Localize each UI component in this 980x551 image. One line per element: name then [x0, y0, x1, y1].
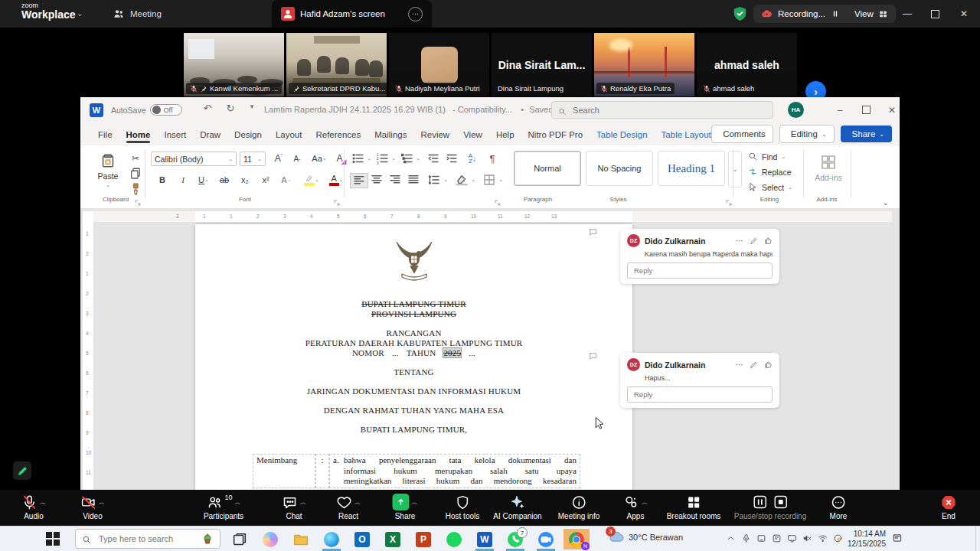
taskbar-app-excel[interactable]: X — [380, 529, 406, 549]
undo-icon[interactable]: ↶ — [200, 103, 215, 114]
clipboard-dialog-launcher[interactable] — [134, 196, 142, 204]
comments-button[interactable]: Comments — [711, 125, 773, 143]
video-tile-kanwil-kemenkum[interactable]: Kanwil Kemenkum ... — [184, 33, 284, 96]
pause-recording-icon[interactable] — [831, 9, 840, 18]
chevron-up-icon[interactable]: ︿ — [99, 498, 105, 507]
video-tile-sekretariat-dprd-kabu[interactable]: Sekretariat DPRD Kabu... — [286, 33, 387, 96]
control-more[interactable]: More — [830, 493, 848, 520]
video-tile-renaldy-eka-putra[interactable]: Renaldy Eka Putra — [594, 33, 694, 96]
tray-display-icon[interactable] — [787, 533, 797, 543]
control-meeting-info[interactable]: Meeting info — [558, 493, 599, 520]
change-case-button[interactable]: Aa⌄ — [309, 152, 330, 165]
video-tile-dina-sirait-lampung[interactable]: Dina Sirait Lam...Dina Sirait Lampung — [492, 33, 592, 96]
taskbar-app-explorer[interactable] — [288, 529, 314, 549]
quick-access-more-icon[interactable]: ▾ — [244, 103, 260, 110]
shading-button[interactable]: ⌄ — [452, 173, 475, 187]
align-right-button[interactable] — [387, 173, 403, 187]
ribbon-tab-design[interactable]: Design — [227, 126, 269, 144]
font-dialog-launcher[interactable] — [333, 196, 341, 204]
style-heading-1[interactable]: Heading 1 — [658, 151, 725, 186]
control-host-tools[interactable]: Host tools — [446, 493, 479, 520]
style-normal[interactable]: Normal — [514, 151, 581, 186]
copy-button[interactable] — [128, 167, 143, 181]
tray-chevron-up-icon[interactable] — [726, 533, 736, 543]
styles-dialog-launcher[interactable] — [725, 196, 733, 204]
control-ai-companion[interactable]: AI Companion — [493, 493, 541, 520]
increase-indent-button[interactable] — [443, 152, 460, 165]
tab-meeting[interactable]: Meeting — [103, 0, 171, 28]
horizontal-ruler[interactable]: 2112345678910111213 — [93, 211, 892, 222]
chevron-up-icon[interactable]: ︿ — [235, 498, 241, 507]
ribbon-tab-nitro-pdf-pro[interactable]: Nitro PDF Pro — [521, 126, 590, 144]
sort-button[interactable]: AZ↓ — [463, 152, 482, 165]
weather-widget[interactable]: 3 30°C Berawan — [609, 530, 683, 545]
cut-button[interactable]: ✂ — [128, 152, 143, 165]
comment-reply-input[interactable] — [632, 390, 767, 399]
bold-button[interactable]: B — [152, 173, 172, 187]
search-input[interactable] — [571, 105, 766, 116]
taskbar-search-input[interactable] — [97, 533, 194, 544]
taskbar-app-zoom[interactable] — [533, 529, 559, 549]
style-no-spacing[interactable]: No Spacing — [586, 151, 653, 186]
comment-card[interactable]: DZDido Zulkarnain⋯Hapus... — [620, 353, 779, 408]
decrease-indent-button[interactable] — [425, 152, 442, 165]
redo-icon[interactable]: ↻ — [223, 103, 238, 114]
taskbar-clock[interactable]: 10:14 AM 12/15/2025 — [838, 529, 886, 549]
tab-options-ellipsis-icon[interactable]: ⋯ — [408, 7, 423, 21]
tray-tablet-icon[interactable] — [756, 533, 766, 543]
control-end[interactable]: End — [941, 493, 957, 520]
security-shield-icon[interactable] — [732, 5, 748, 22]
word-close-button[interactable]: ✕ — [879, 97, 905, 122]
chevron-up-icon[interactable]: ︿ — [40, 498, 46, 507]
stop-icon[interactable] — [773, 494, 788, 510]
collapse-ribbon-icon[interactable]: ⌄ — [883, 198, 889, 207]
underline-button[interactable]: U⌄ — [194, 173, 214, 187]
find-button[interactable]: Find⌄ — [748, 152, 786, 161]
control-video[interactable]: ︿Video — [80, 493, 105, 520]
align-left-button[interactable] — [350, 173, 368, 188]
chevron-up-icon[interactable]: ︿ — [354, 498, 361, 507]
chevron-up-icon[interactable]: ︿ — [300, 498, 306, 507]
taskbar-app-edge[interactable] — [318, 529, 345, 549]
taskbar-app-task-view[interactable] — [227, 529, 253, 549]
autosave-control[interactable]: AutoSave Off — [111, 104, 182, 116]
align-center-button[interactable] — [368, 173, 385, 187]
tab-shared-screen[interactable]: Hafid Adzam's screen ⋯ — [272, 0, 432, 28]
start-button[interactable] — [46, 532, 60, 546]
word-restore-button[interactable] — [853, 97, 879, 122]
taskbar-app-whatsapp[interactable]: 7 — [502, 529, 528, 549]
borders-button[interactable]: ⌄ — [480, 173, 503, 187]
bullets-button[interactable]: ⌄ — [350, 152, 371, 165]
comment-reply-input[interactable] — [632, 266, 767, 276]
chevron-down-icon[interactable]: ⌄ — [77, 9, 83, 18]
video-tile-nadiyah-meyliana-putri[interactable]: Nadiyah Meyliana Putri — [389, 33, 489, 96]
annotation-pencil-button[interactable] — [13, 461, 31, 480]
justify-button[interactable] — [405, 173, 422, 187]
control-apps[interactable]: ︿Apps — [623, 493, 648, 520]
word-search-box[interactable] — [551, 101, 773, 119]
zoom-minimize-button[interactable]: — — [894, 0, 920, 28]
ribbon-tab-table-design[interactable]: Table Design — [590, 126, 654, 144]
format-painter-button[interactable] — [128, 182, 143, 196]
ribbon-tab-view[interactable]: View — [456, 126, 489, 144]
text-highlight-button[interactable]: ⌄ — [302, 173, 322, 187]
taskbar-app-word[interactable]: W — [472, 529, 498, 549]
taskbar-app-spotify[interactable] — [441, 529, 467, 549]
document-page[interactable]: BUPATI LAMPUNG TIMURPROVINSI LAMPUNGRANC… — [195, 224, 632, 490]
tray-mic-icon[interactable] — [741, 533, 751, 543]
control-share[interactable]: ︿Share — [393, 493, 418, 520]
ribbon-tab-review[interactable]: Review — [413, 126, 456, 144]
ribbon-tab-insert[interactable]: Insert — [157, 126, 193, 144]
replace-button[interactable]: Replace — [748, 167, 792, 177]
chevron-up-icon[interactable]: ︿ — [642, 498, 648, 507]
tray-volume-muted-icon[interactable] — [802, 533, 812, 543]
shrink-font-button[interactable]: Aˇ — [289, 152, 305, 165]
account-avatar[interactable]: HA — [788, 102, 804, 118]
add-ins-button[interactable]: Add-ins — [809, 153, 848, 182]
editing-mode-button[interactable]: Editing ⌄ — [779, 125, 835, 143]
show-desktop-button[interactable] — [975, 527, 980, 551]
comment-edit-icon[interactable] — [750, 360, 758, 369]
taskbar-app-powerpoint[interactable]: P — [410, 529, 436, 549]
vertical-ruler[interactable]: 12123456789101112 — [83, 211, 93, 490]
zoom-restore-button[interactable] — [922, 0, 948, 28]
